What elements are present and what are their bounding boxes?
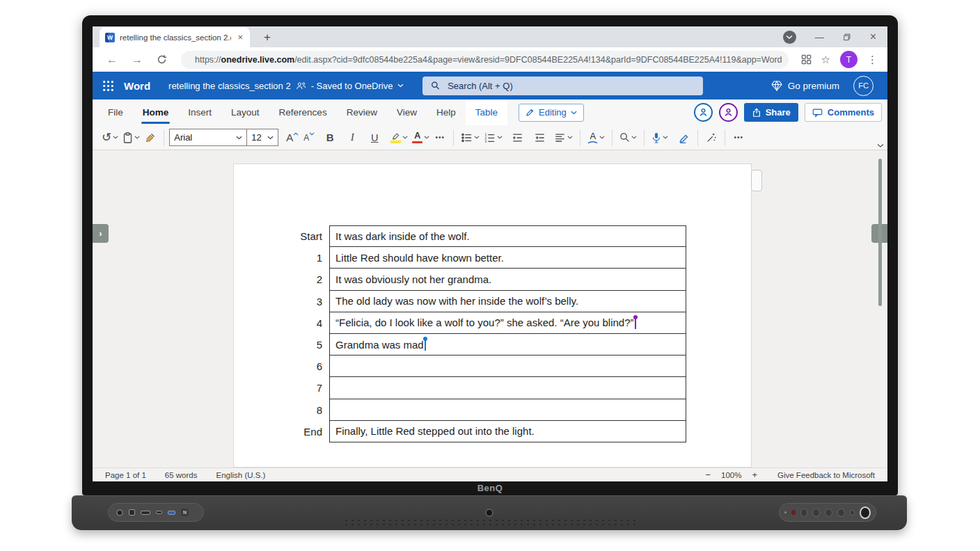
row-label[interactable]: 8 (279, 399, 322, 421)
word-count[interactable]: 65 words (165, 471, 198, 479)
increase-indent-button[interactable] (531, 128, 548, 147)
go-premium-button[interactable]: Go premium (771, 81, 839, 91)
chevron-down-icon[interactable] (402, 136, 408, 139)
chevron-down-icon[interactable] (663, 136, 668, 139)
bold-button[interactable]: B (322, 128, 338, 147)
chevron-down-icon[interactable] (113, 136, 118, 139)
comment-anchor-card[interactable] (751, 170, 762, 191)
saved-status[interactable]: - Saved to OneDrive (311, 81, 393, 91)
row-label[interactable]: 5 (279, 334, 322, 356)
tab-help[interactable]: Help (427, 99, 466, 125)
search-bar[interactable] (422, 77, 703, 95)
tab-references[interactable]: References (269, 99, 337, 125)
designer-button[interactable] (703, 128, 720, 147)
share-button[interactable]: Share (744, 103, 798, 122)
font-color-button[interactable]: A (410, 128, 432, 147)
alignment-button[interactable] (552, 128, 575, 147)
tab-view[interactable]: View (387, 99, 427, 125)
undo-button[interactable]: ↺ (100, 128, 120, 147)
row-label[interactable]: Start (279, 225, 322, 247)
row-label[interactable]: 7 (279, 377, 322, 399)
row-label[interactable]: End (279, 421, 322, 442)
grow-font-button[interactable]: A (284, 128, 301, 147)
tab-home[interactable]: Home (133, 99, 179, 125)
reload-icon[interactable] (152, 54, 171, 65)
table-cell[interactable]: Finally, Little Red stepped out into the… (329, 421, 686, 442)
tab-insert[interactable]: Insert (178, 99, 221, 125)
numbering-button[interactable]: 123 (482, 128, 505, 147)
styles-button[interactable]: A (585, 128, 607, 147)
collapse-ribbon-icon[interactable] (877, 143, 884, 148)
editor-button[interactable] (676, 128, 693, 147)
paste-button[interactable] (120, 128, 142, 147)
vertical-scrollbar[interactable] (878, 159, 882, 306)
chevron-down-icon[interactable] (497, 136, 503, 139)
font-name-select[interactable]: Arial (169, 129, 247, 146)
bookmark-star-icon[interactable]: ☆ (821, 54, 830, 66)
editing-mode-button[interactable]: Editing (519, 104, 584, 122)
document-title[interactable]: retelling the classics_section 2 (168, 81, 291, 91)
search-input[interactable] (446, 80, 695, 92)
shrink-font-button[interactable]: A (301, 128, 317, 147)
feedback-link[interactable]: Give Feedback to Microsoft (777, 471, 875, 479)
font-size-select[interactable]: 12 (246, 129, 278, 146)
tab-review[interactable]: Review (337, 99, 387, 125)
minimize-button[interactable]: — (815, 32, 824, 42)
more-commands-button[interactable]: ••• (730, 128, 747, 147)
tab-table[interactable]: Table (466, 99, 507, 125)
table-cell[interactable]: “Felicia, do I look like a wolf to you?”… (329, 312, 686, 334)
chevron-down-icon[interactable] (631, 136, 637, 139)
more-font-options-button[interactable]: ••• (432, 128, 448, 147)
left-panel-toggle[interactable]: › (93, 224, 109, 243)
tab-file[interactable]: File (98, 99, 133, 125)
comments-button[interactable]: Comments (805, 103, 882, 122)
table-cell[interactable] (329, 377, 686, 399)
row-label[interactable]: 3 (279, 291, 322, 312)
new-tab-button[interactable]: + (260, 31, 275, 47)
decrease-indent-button[interactable] (509, 128, 525, 147)
zoom-out-button[interactable]: − (705, 470, 711, 480)
address-bar[interactable]: https://onedrive.live.com/edit.aspx?cid=… (181, 51, 789, 69)
close-window-button[interactable]: × (870, 31, 876, 43)
tab-groups-icon[interactable] (801, 54, 812, 65)
chevron-down-icon[interactable] (599, 136, 605, 139)
bullets-button[interactable] (459, 128, 482, 147)
row-label[interactable]: 6 (279, 356, 322, 377)
table-cell[interactable]: The old lady was now with her inside the… (329, 291, 686, 312)
zoom-in-button[interactable]: + (752, 470, 757, 480)
row-label[interactable]: 4 (279, 312, 322, 334)
underline-button[interactable]: U (366, 128, 383, 147)
account-avatar[interactable]: FC (853, 76, 874, 96)
browser-menu-icon[interactable]: ⋮ (867, 54, 878, 66)
coauthor-presence-purple[interactable] (719, 103, 738, 122)
table-cell[interactable] (329, 356, 686, 377)
coauthor-presence-blue[interactable] (694, 103, 713, 122)
table-cell[interactable] (329, 399, 686, 421)
media-controls-icon[interactable] (783, 31, 796, 44)
table-cell[interactable]: It was obviously not her grandma. (329, 269, 686, 290)
row-label[interactable]: 2 (279, 269, 322, 290)
chevron-down-icon[interactable] (424, 136, 429, 139)
find-button[interactable] (617, 128, 639, 147)
dictate-button[interactable] (649, 128, 670, 147)
zoom-level[interactable]: 100% (721, 471, 741, 479)
browser-profile-avatar[interactable]: T (840, 51, 858, 68)
format-painter-button[interactable] (142, 128, 159, 147)
browser-tab[interactable]: W retelling the classics_section 2.do × (100, 27, 250, 47)
row-label[interactable]: 1 (279, 247, 322, 269)
chevron-down-icon[interactable] (567, 136, 573, 139)
chevron-down-icon[interactable] (134, 136, 140, 139)
chevron-down-icon[interactable] (474, 136, 480, 139)
tab-close-icon[interactable]: × (236, 32, 244, 42)
chevron-down-icon[interactable] (397, 83, 404, 88)
restore-button[interactable] (843, 33, 851, 41)
italic-button[interactable]: I (344, 128, 361, 147)
page-indicator[interactable]: Page 1 of 1 (105, 471, 146, 479)
table-cell[interactable]: Grandma was mad (329, 334, 686, 356)
language-indicator[interactable]: English (U.S.) (216, 471, 266, 479)
forward-icon[interactable]: → (127, 54, 147, 66)
table-cell[interactable]: Little Red should have known better. (329, 247, 686, 269)
tab-layout[interactable]: Layout (221, 99, 269, 125)
app-launcher-icon[interactable] (102, 80, 114, 92)
back-icon[interactable]: ← (102, 54, 122, 66)
